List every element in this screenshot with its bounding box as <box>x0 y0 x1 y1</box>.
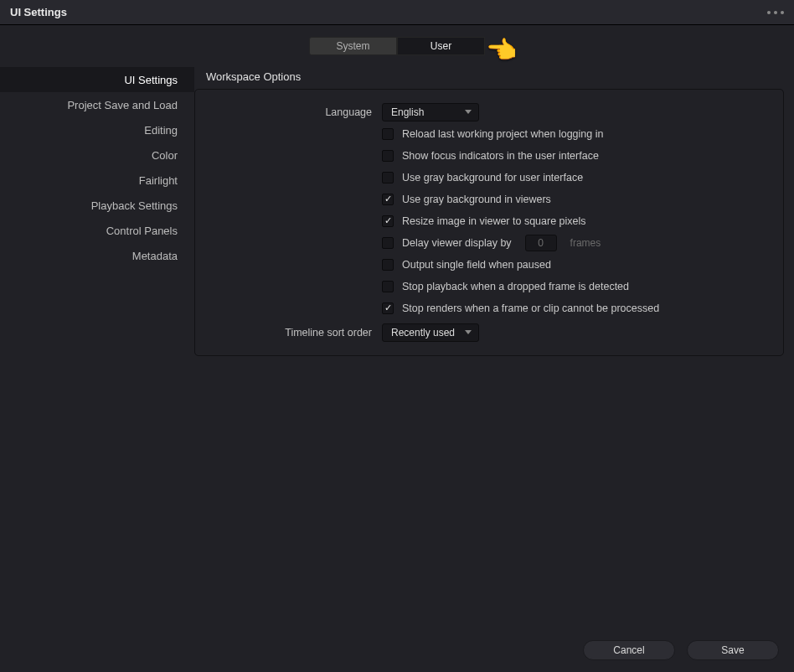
sidebar-item-color[interactable]: Color <box>0 142 194 168</box>
sidebar-item-fairlight[interactable]: Fairlight <box>0 168 194 193</box>
section-title: Workspace Options <box>194 64 784 89</box>
checkbox-label: Output single field when paused <box>402 259 551 271</box>
checkbox-label: Delay viewer display by <box>402 237 512 249</box>
sidebar-item-project-save-load[interactable]: Project Save and Load <box>0 92 194 117</box>
checkbox-stop-dropped[interactable] <box>382 281 394 292</box>
checkbox-stop-renders[interactable] <box>382 302 394 314</box>
sidebar-item-ui-settings[interactable]: UI Settings <box>0 67 194 92</box>
sort-order-label: Timeline sort order <box>210 327 382 339</box>
window-title: UI Settings <box>10 6 67 18</box>
checkbox-reload-last[interactable] <box>382 128 394 140</box>
checkbox-label: Use gray background for user interface <box>402 172 583 184</box>
sidebar-item-control-panels[interactable]: Control Panels <box>0 218 194 243</box>
language-select[interactable]: English <box>382 103 479 121</box>
titlebar: UI Settings <box>0 0 794 25</box>
checkbox-label: Show focus indicators in the user interf… <box>402 150 599 162</box>
sidebar-item-metadata[interactable]: Metadata <box>0 243 194 268</box>
sort-order-select[interactable]: Recently used <box>382 323 479 342</box>
sidebar-item-playback-settings[interactable]: Playback Settings <box>0 193 194 218</box>
delay-frames-input[interactable]: 0 <box>525 235 557 251</box>
tab-bar: System User 👈 <box>0 37 794 55</box>
options-icon[interactable] <box>767 11 787 14</box>
footer: Cancel Save <box>583 640 779 660</box>
checkbox-label: Use gray background in viewers <box>402 194 551 205</box>
checkbox-label: Stop renders when a frame or clip cannot… <box>402 302 659 314</box>
checkbox-resize-square[interactable] <box>382 215 394 227</box>
content-area: Workspace Options Language English Reloa… <box>194 64 784 645</box>
checkbox-focus-indicators[interactable] <box>382 150 394 162</box>
checkbox-label: Resize image in viewer to square pixels <box>402 215 586 227</box>
sort-order-value: Recently used <box>391 327 455 339</box>
cancel-button[interactable]: Cancel <box>583 640 675 660</box>
checkbox-single-field[interactable] <box>382 259 394 271</box>
tab-user[interactable]: User <box>397 37 485 55</box>
checkbox-label: Reload last working project when logging… <box>402 128 603 140</box>
chevron-down-icon <box>465 110 472 114</box>
sidebar: UI Settings Project Save and Load Editin… <box>0 64 194 645</box>
language-label: Language <box>210 106 382 118</box>
checkbox-gray-viewers[interactable] <box>382 194 394 205</box>
pointing-hand-icon: 👈 <box>486 35 517 65</box>
tab-system[interactable]: System <box>309 37 397 55</box>
workspace-options-panel: Language English Reload last working pro… <box>194 89 784 356</box>
checkbox-label: Stop playback when a dropped frame is de… <box>402 281 629 292</box>
frames-suffix: frames <box>570 237 601 249</box>
checkbox-delay-viewer[interactable] <box>382 237 394 249</box>
checkbox-gray-ui[interactable] <box>382 172 394 184</box>
chevron-down-icon <box>465 330 472 334</box>
save-button[interactable]: Save <box>687 640 779 660</box>
sidebar-item-editing[interactable]: Editing <box>0 117 194 142</box>
language-value: English <box>391 106 424 118</box>
